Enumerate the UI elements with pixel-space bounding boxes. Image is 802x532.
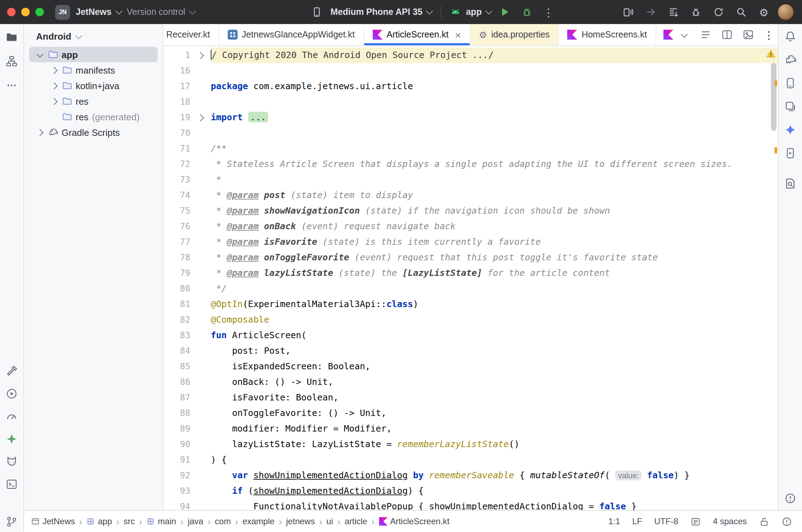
gradle-tool-icon[interactable] (784, 54, 796, 66)
tab-label: ArticleScreen.kt (387, 30, 448, 40)
running-devices-icon[interactable] (784, 147, 796, 159)
minimize-window-button[interactable] (21, 8, 30, 16)
indent-widget[interactable]: 4 spaces (713, 516, 747, 526)
tree-item-res[interactable]: res (29, 93, 158, 109)
debug-button[interactable] (518, 4, 535, 21)
user-avatar[interactable] (778, 4, 794, 20)
forward-button[interactable] (642, 4, 659, 21)
caret-position-widget[interactable]: 1:1 (609, 516, 620, 526)
zoom-window-button[interactable] (35, 8, 44, 16)
breadcrumb-jetnews[interactable]: jetnews (285, 516, 316, 526)
code-line: 18 (163, 94, 778, 110)
problems-indicator-icon[interactable] (784, 492, 796, 504)
gradle-sync-button[interactable] (710, 4, 727, 21)
split-view-icon[interactable] (721, 29, 732, 40)
project-switcher[interactable]: JetNews (76, 7, 121, 17)
error-stripe-mark[interactable] (774, 80, 777, 86)
project-view-selector[interactable]: Android (24, 28, 163, 47)
chevron-down-icon (426, 8, 433, 14)
breadcrumb-src[interactable]: src (122, 516, 136, 526)
project-tool-icon[interactable] (6, 31, 18, 43)
lock-open-icon[interactable] (759, 516, 769, 527)
profiler-tool-icon[interactable] (6, 410, 18, 422)
code-line: 71/** (163, 141, 778, 156)
gemini-icon[interactable] (784, 124, 796, 136)
breadcrumb-ui[interactable]: ui (325, 516, 335, 526)
design-view-icon[interactable] (742, 29, 754, 40)
run-configuration-selector[interactable]: app (466, 7, 491, 17)
kotlin-icon (372, 30, 382, 40)
kotlin-icon (663, 30, 673, 40)
fold-gutter (190, 296, 211, 312)
tab-idea-properties[interactable]: ⚙idea.properties (470, 24, 559, 45)
vcs-menu[interactable]: Version control (127, 7, 194, 17)
bug-report-button[interactable] (687, 4, 704, 21)
breadcrumb-articlescreen-kt[interactable]: ArticleScreen.kt (377, 516, 451, 526)
code-line-content: lazyListState: LazyListState = rememberL… (211, 436, 778, 452)
device-streaming-button[interactable] (620, 4, 637, 21)
problems-icon[interactable] (781, 516, 792, 527)
chevron-right-icon[interactable] (49, 83, 59, 88)
line-separator-widget[interactable]: LF (632, 516, 642, 526)
error-stripe-mark[interactable] (774, 147, 777, 154)
chevron-right-icon[interactable] (35, 130, 45, 135)
tab-homescreens-kt[interactable]: HomeScreens.kt (559, 24, 656, 45)
close-window-button[interactable] (7, 8, 16, 16)
breadcrumb-java[interactable]: java (186, 516, 205, 526)
find-tool-icon[interactable] (784, 178, 796, 190)
run-button[interactable] (496, 4, 513, 21)
breadcrumb-label: src (123, 516, 135, 526)
line-number: 19 (163, 110, 190, 125)
tab-receiver-kt[interactable]: Receiver.kt (163, 24, 219, 45)
build-tool-icon[interactable] (6, 365, 18, 377)
breadcrumb-main[interactable]: main (145, 516, 178, 526)
more-options-icon[interactable]: ⋮ (763, 29, 774, 41)
hidden-tabs-button[interactable] (675, 24, 693, 45)
breadcrumb-app[interactable]: app (85, 516, 114, 526)
device-selector[interactable] (308, 4, 325, 21)
encoding-widget[interactable]: UTF-8 (654, 516, 678, 526)
tree-item-gradle-scripts[interactable]: Gradle Scripts (29, 125, 158, 140)
app-quality-insights-icon[interactable] (6, 433, 18, 445)
settings-button[interactable]: ⚙ (755, 4, 772, 21)
run-tool-icon[interactable] (6, 388, 18, 400)
more-tool-windows-icon[interactable]: ⋯ (7, 79, 17, 91)
more-run-options-button[interactable]: ⋮ (540, 4, 557, 21)
chevron-down-icon[interactable] (35, 53, 45, 56)
search-everywhere-button[interactable] (733, 4, 750, 21)
inspection-warning-icon[interactable] (766, 49, 776, 59)
fold-marker-icon[interactable] (190, 47, 211, 63)
tab-articlescreen-kt[interactable]: ArticleScreen.kt× (364, 24, 470, 45)
breadcrumb-com[interactable]: com (214, 516, 232, 526)
tree-item-res-generated[interactable]: res (generated) (29, 109, 158, 125)
code-line: 93 if (showUnimplementedActionDialog) { (163, 483, 778, 499)
tree-item-manifests[interactable]: manifests (29, 62, 158, 78)
play-icon (499, 6, 510, 18)
device-manager-icon[interactable] (784, 77, 796, 89)
tree-item-kotlin-java[interactable]: kotlin+java (29, 78, 158, 93)
editor-scrollbar[interactable] (771, 63, 777, 131)
code-line: 90 lazyListState: LazyListState = rememb… (163, 436, 778, 452)
fold-marker-icon[interactable] (190, 110, 211, 125)
logcat-tool-icon[interactable] (6, 456, 18, 468)
structure-tool-icon[interactable] (6, 55, 18, 67)
close-tab-icon[interactable]: × (455, 29, 461, 40)
notifications-icon[interactable] (784, 30, 796, 42)
tab-hidden-kotlin-file[interactable] (656, 24, 675, 45)
breadcrumb-jetnews[interactable]: JetNews (30, 516, 76, 526)
code-view-icon[interactable] (700, 29, 711, 40)
breadcrumb-example[interactable]: example (241, 516, 276, 526)
chevron-right-icon[interactable] (49, 99, 59, 104)
reader-mode-icon[interactable] (690, 516, 701, 527)
code-editor[interactable]: 1/ Copyright 2020 The Android Open Sourc… (163, 46, 778, 510)
device-selector-label[interactable]: Medium Phone API 35 (330, 7, 432, 17)
emulator-icon[interactable] (784, 100, 796, 112)
terminal-tool-icon[interactable] (6, 478, 18, 490)
line-number: 81 (163, 296, 190, 312)
breadcrumb-article[interactable]: article (343, 516, 368, 526)
vcs-update-button[interactable] (665, 4, 682, 21)
git-branch-icon[interactable] (6, 516, 18, 528)
tab-jetnewsglanceappwidget-kt[interactable]: JetnewsGlanceAppWidget.kt (219, 24, 364, 45)
chevron-right-icon[interactable] (49, 68, 59, 73)
tree-item-app[interactable]: app (29, 47, 158, 62)
